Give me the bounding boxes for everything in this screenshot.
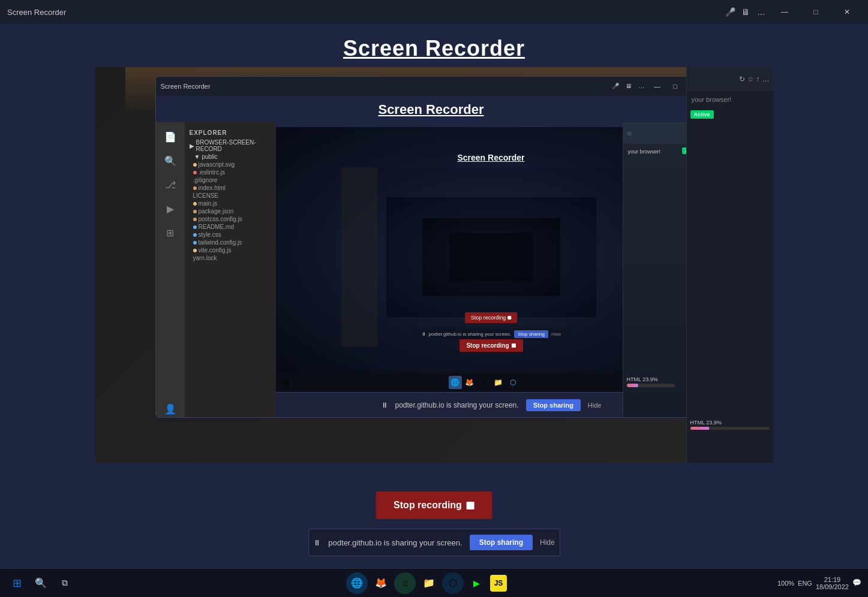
vscode-extensions-icon[interactable]: ⊞	[162, 224, 179, 241]
level2-hide-button[interactable]: Hide	[588, 402, 602, 409]
public-folder[interactable]: ▼ public	[185, 153, 276, 161]
vscode-user-icon[interactable]: 👤	[162, 400, 179, 417]
outer-share-icon[interactable]: ↑	[756, 75, 760, 83]
stop-square-icon	[512, 343, 516, 348]
main-pause-icon: ⏸	[313, 538, 321, 547]
file-gitignore[interactable]: .gitignore	[185, 176, 276, 184]
taskbar-folder-icon[interactable]: 📁	[418, 572, 440, 594]
taskbar-firefox-icon[interactable]: 🦊	[370, 572, 392, 594]
outer-right-panel: ↻ ☆ ↑ … your browser! Active HTML 23.9%	[686, 67, 773, 463]
vscode-files-icon[interactable]: 📄	[162, 128, 179, 145]
taskbar-notification-icon[interactable]: 💬	[852, 578, 862, 588]
more-icon[interactable]: …	[755, 6, 767, 18]
vscode-search-icon[interactable]: 🔍	[162, 152, 179, 169]
outer-refresh-icon[interactable]: ↻	[739, 75, 745, 83]
taskbar-time: 21:19	[816, 576, 849, 583]
main-hide-button[interactable]: Hide	[540, 538, 555, 547]
inner-more-icon[interactable]: …	[636, 80, 648, 92]
deep-stop-sharing-button[interactable]: Stop sharing	[514, 330, 548, 338]
file-javascript-svg[interactable]: javascript.svg	[185, 161, 276, 168]
browser-screen-record-folder[interactable]: ▶ BROWSER-SCREEN-RECORD	[185, 138, 276, 153]
mic-icon[interactable]: 🎤	[724, 6, 736, 18]
minimize-button[interactable]: —	[771, 2, 798, 22]
vscode-git-icon[interactable]: ⎇	[162, 176, 179, 193]
title-bar-controls: 🎤 🖥 … — □ ✕	[724, 2, 861, 22]
taskbar-js-icon[interactable]: JS	[490, 575, 507, 592]
taskbar-vscode-icon[interactable]: ⬡	[442, 572, 464, 594]
level2-stop-sharing-button[interactable]: Stop sharing	[526, 399, 581, 411]
inner-main-area: 📄 🔍 ⎇ ▶ ⊞ 👤 EXPLORER ▶ BROWSER-SCREEN-RE…	[156, 122, 707, 417]
file-main-js[interactable]: main.js	[185, 200, 276, 207]
explorer-header: EXPLORER	[185, 127, 276, 138]
title-bar-left: Screen Recorder	[7, 8, 66, 17]
inner-firefox-icon[interactable]: 🦊	[463, 376, 476, 389]
inner-maximize-button[interactable]: □	[667, 80, 684, 93]
title-bar: Screen Recorder 🎤 🖥 … — □ ✕	[0, 0, 868, 24]
deep-sharing-bar: ⏸ podter.github.io is sharing your scree…	[413, 328, 569, 340]
inner-app-title: Screen Recorder	[156, 102, 707, 117]
inner-mic-icon[interactable]: 🎤	[609, 80, 621, 92]
html-progress-bar	[627, 384, 675, 387]
file-yarn[interactable]: yarn.lock	[185, 254, 276, 262]
inner-taskbar-left: ⊞	[280, 376, 293, 389]
recursive-deeper	[422, 218, 560, 296]
inner-spotify-icon[interactable]: ♫	[477, 376, 491, 389]
main-stop-recording-label: Stop recording	[394, 500, 462, 511]
taskbar-terminal-icon[interactable]: ▶	[466, 572, 488, 594]
right-panel-star[interactable]: ☆	[627, 130, 632, 137]
inner-edge-icon[interactable]: 🌐	[449, 376, 462, 389]
recursive-screen: Stop recording ⏸ podter.github.io is sha…	[341, 167, 641, 347]
outer-more2-icon[interactable]: …	[762, 75, 770, 83]
recursive-title-sm: Screen Recorder	[457, 153, 524, 162]
app-title-bar-text: Screen Recorder	[7, 8, 66, 17]
taskbar-right: 100% ENG 21:19 18/09/2022 💬	[777, 576, 862, 590]
activity-bar: 📄 🔍 ⎇ ▶ ⊞ 👤	[156, 122, 185, 417]
close-button[interactable]: ✕	[833, 2, 861, 22]
file-license[interactable]: LICENSE	[185, 192, 276, 200]
file-index-html[interactable]: index.html	[185, 184, 276, 192]
inner-title-bar: Screen Recorder 🎤 🖥 … — □ ✕	[156, 77, 707, 96]
inner-vscode-icon[interactable]: ⬡	[506, 376, 519, 389]
outer-html-bar: HTML 23.9%	[690, 420, 770, 430]
file-tree: EXPLORER ▶ BROWSER-SCREEN-RECORD ▼ publi…	[185, 122, 276, 417]
taskbar-lang: ENG	[798, 580, 812, 587]
inner-cast-icon[interactable]: 🖥	[623, 80, 635, 92]
file-eslintrc[interactable]: .eslintrc.js	[185, 168, 276, 176]
main-stop-sharing-button[interactable]: Stop sharing	[470, 535, 533, 550]
taskbar-battery: 100%	[777, 580, 794, 587]
file-vite[interactable]: vite.config.js	[185, 246, 276, 254]
level3-stop-recording-button[interactable]: Stop recording	[459, 339, 522, 352]
taskbar-spotify-icon[interactable]: ♫	[394, 572, 416, 594]
file-readme[interactable]: README.md	[185, 223, 276, 231]
main-sharing-text: podter.github.io is sharing your screen.	[328, 538, 462, 547]
vscode-sidebar: 📄 🔍 ⎇ ▶ ⊞ 👤 EXPLORER ▶ BROWSER-SCREEN-RE…	[156, 122, 276, 417]
cast-icon[interactable]: 🖥	[740, 6, 752, 18]
inner-win-start-icon[interactable]: ⊞	[280, 376, 293, 389]
recursive-deepest	[449, 233, 533, 281]
taskbar-taskview-icon[interactable]: ⧉	[54, 572, 76, 594]
inner-folder-icon[interactable]: 📁	[492, 376, 505, 389]
inner-minimize-button[interactable]: —	[649, 80, 666, 93]
taskbar-edge-icon[interactable]: 🌐	[346, 572, 368, 594]
vscode-debug-icon[interactable]: ▶	[162, 200, 179, 217]
main-stop-square-icon	[467, 502, 474, 509]
taskbar-search-icon[interactable]: 🔍	[30, 572, 52, 594]
recursive-deep	[386, 197, 596, 317]
deep-stop-recording-btn[interactable]: Stop recording	[465, 312, 518, 323]
deep-pause-icon: ⏸	[421, 331, 426, 337]
outer-html-fill	[690, 427, 710, 430]
main-stop-recording-button[interactable]: Stop recording	[376, 492, 492, 519]
maximize-button[interactable]: □	[802, 2, 830, 22]
inner-window-level2: Screen Recorder 🎤 🖥 … — □ ✕ Screen Recor…	[155, 76, 707, 418]
outer-html-progress	[690, 427, 770, 430]
outer-bookmark-icon[interactable]: ☆	[747, 75, 754, 83]
deep-hide-button[interactable]: Hide	[551, 331, 561, 337]
outer-active-badge: Active	[690, 110, 714, 119]
file-postcss[interactable]: postcss.config.js	[185, 215, 276, 223]
file-style[interactable]: style.css	[185, 231, 276, 239]
file-tailwind[interactable]: tailwind.config.js	[185, 239, 276, 246]
windows-start-button[interactable]: ⊞	[6, 572, 28, 594]
main-sharing-bar: ⏸ podter.github.io is sharing your scree…	[308, 529, 560, 556]
file-package-json[interactable]: package.json	[185, 207, 276, 215]
outer-right-toolbar: ↻ ☆ ↑ …	[687, 67, 773, 91]
